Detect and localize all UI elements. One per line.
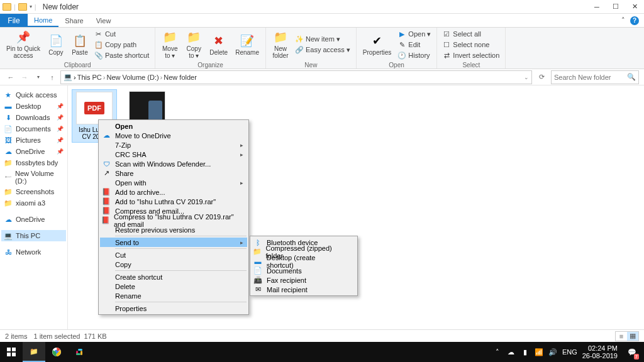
paste-shortcut-button[interactable]: 📎Paste shortcut — [93, 50, 151, 60]
ctx-properties[interactable]: Properties — [100, 304, 247, 313]
new-item-button[interactable]: ✨New item ▾ — [294, 35, 352, 45]
ctx-open-with[interactable]: Open with▸ — [100, 178, 247, 187]
tab-home[interactable]: Home — [28, 14, 58, 27]
delete-button[interactable]: ✖Delete — [207, 33, 230, 57]
details-view-button[interactable]: ≡ — [616, 332, 627, 341]
ctx-7zip[interactable]: 7-Zip▸ — [100, 140, 247, 150]
tab-share[interactable]: Share — [58, 14, 89, 27]
task-explorer[interactable]: 📁 — [23, 342, 45, 362]
up-button[interactable]: ↑ — [47, 72, 58, 83]
tray-notifications[interactable]: 💬7 — [623, 342, 641, 362]
ctx-open[interactable]: Open — [100, 121, 247, 131]
select-all-button[interactable]: ☑Select all — [441, 29, 501, 39]
search-box[interactable]: 🔍 — [551, 70, 639, 84]
crumb-thispc[interactable]: This PC› — [77, 74, 106, 81]
chevron-right-icon: ▸ — [240, 180, 243, 186]
invert-icon: ⇄ — [443, 52, 450, 59]
ctx-create-shortcut[interactable]: Create shortcut — [100, 272, 247, 282]
copy-button[interactable]: 📄Copy — [45, 33, 67, 57]
minimize-button[interactable]: ─ — [587, 0, 606, 14]
paste-button[interactable]: 📋Paste — [69, 33, 91, 57]
tab-view[interactable]: View — [90, 14, 118, 27]
cut-button[interactable]: ✂Cut — [93, 29, 151, 39]
new-folder-button[interactable]: 📁New folder — [270, 29, 291, 60]
open-button[interactable]: ▶Open ▾ — [396, 29, 433, 39]
crumb-volume[interactable]: New Volume (D:)› — [106, 74, 162, 81]
nav-screenshots[interactable]: 📁Screenshots — [1, 186, 66, 197]
winrar-icon: 📕 — [101, 197, 111, 206]
ctx-send-to[interactable]: Send to▸ — [100, 238, 247, 247]
nav-xiaomi[interactable]: 📁xiaomi a3 — [1, 197, 66, 209]
nav-volume-d[interactable]: ⬳New Volume (D:) — [1, 168, 66, 186]
nav-desktop[interactable]: ▬Desktop📌 — [1, 101, 66, 112]
newitem-icon: ✨ — [296, 36, 303, 43]
maximize-button[interactable]: ☐ — [606, 0, 625, 14]
tab-file[interactable]: File — [0, 14, 28, 27]
invert-selection-button[interactable]: ⇄Invert selection — [441, 50, 501, 60]
ribbon-collapse-icon[interactable]: ˄ — [621, 16, 625, 25]
ctx-add-archive[interactable]: 📕Add to archive... — [100, 187, 247, 197]
ctx-delete[interactable]: Delete — [100, 282, 247, 291]
move-to-button[interactable]: 📁Move to ▾ — [159, 29, 180, 60]
properties-button[interactable]: ✔Properties — [360, 33, 394, 57]
select-none-button[interactable]: ☐Select none — [441, 40, 501, 50]
separator — [115, 302, 247, 302]
sendto-fax[interactable]: 📠Fax recipient — [252, 275, 356, 285]
ctx-share[interactable]: ↗Share — [100, 168, 247, 178]
start-button[interactable] — [0, 342, 23, 362]
ctx-cut[interactable]: Cut — [100, 250, 247, 260]
search-input[interactable] — [554, 74, 617, 81]
refresh-button[interactable]: ⟳ — [535, 70, 548, 84]
group-label-open: Open — [357, 62, 437, 70]
nav-quick-access[interactable]: ★Quick access — [1, 89, 66, 101]
ctx-defender[interactable]: 🛡Scan with Windows Defender... — [100, 159, 247, 168]
ctx-move-onedrive[interactable]: ☁Move to OneDrive — [100, 131, 247, 140]
svg-rect-0 — [7, 348, 11, 351]
tray-language[interactable]: ENG — [562, 348, 577, 356]
back-button[interactable]: ← — [5, 72, 16, 83]
tray-chevron-icon[interactable]: ˄ — [493, 348, 502, 356]
fax-icon: 📠 — [253, 276, 263, 285]
history-button[interactable]: 🕐History — [396, 50, 433, 60]
tray-wifi-icon[interactable]: 📶 — [535, 348, 543, 356]
edit-button[interactable]: ✎Edit — [396, 40, 433, 50]
qat-dropdown[interactable]: ▾ — [30, 4, 32, 9]
ctx-rename[interactable]: Rename — [100, 291, 247, 300]
help-icon[interactable]: ? — [630, 16, 639, 25]
tray-battery-icon[interactable]: ▮ — [521, 348, 530, 356]
sendto-desktop[interactable]: ▬Desktop (create shortcut) — [252, 256, 356, 266]
task-chrome[interactable] — [45, 342, 68, 362]
nav-network[interactable]: 🖧Network — [1, 246, 66, 258]
ctx-copy[interactable]: Copy — [100, 260, 247, 269]
copy-path-button[interactable]: 📋Copy path — [93, 40, 151, 50]
nav-onedrive-pin[interactable]: ☁OneDrive📌 — [1, 146, 66, 157]
forward-button[interactable]: → — [19, 72, 30, 83]
easy-access-button[interactable]: 🔗Easy access ▾ — [294, 45, 352, 55]
icons-view-button[interactable]: ▦ — [627, 332, 638, 341]
bluetooth-icon: ᛒ — [253, 238, 263, 247]
sendto-mail[interactable]: ✉Mail recipient — [252, 285, 356, 294]
close-button[interactable]: ✕ — [625, 0, 644, 14]
pin-quick-access-button[interactable]: 📌Pin to Quick access — [4, 29, 43, 60]
ctx-crc[interactable]: CRC SHA▸ — [100, 150, 247, 159]
nav-downloads[interactable]: ⬇Downloads📌 — [1, 112, 66, 123]
tray-clock[interactable]: 02:24 PM26-08-2019 — [582, 344, 618, 359]
sendto-documents[interactable]: 📄Documents — [252, 266, 356, 275]
ctx-compress-to[interactable]: 📕Compress to "Ishu Luthra CV 2019.rar" a… — [100, 216, 247, 225]
breadcrumb-dropdown[interactable]: ⌄ — [524, 74, 529, 80]
copy-to-button[interactable]: 📁Copy to ▾ — [183, 29, 204, 60]
task-slack[interactable] — [68, 342, 91, 362]
crumb-folder[interactable]: New folder — [164, 74, 197, 81]
nav-onedrive[interactable]: ☁OneDrive — [1, 214, 66, 225]
rename-button[interactable]: 📝Rename — [233, 33, 262, 57]
nav-fossbytes[interactable]: 📁fossbytes bdy — [1, 157, 66, 168]
breadcrumb[interactable]: 💻 › This PC› New Volume (D:)› New folder… — [60, 70, 532, 84]
recent-dropdown[interactable]: ▾ — [33, 72, 44, 83]
nav-documents[interactable]: 📄Documents📌 — [1, 123, 66, 134]
tray-volume-icon[interactable]: 🔊 — [548, 348, 557, 356]
tray-onedrive-icon[interactable]: ☁ — [507, 348, 516, 356]
ctx-add-rar[interactable]: 📕Add to "Ishu Luthra CV 2019.rar" — [100, 197, 247, 206]
nav-this-pc[interactable]: 💻This PC — [1, 230, 66, 241]
ctx-restore[interactable]: Restore previous versions — [100, 225, 247, 234]
nav-pictures[interactable]: 🖼Pictures📌 — [1, 134, 66, 146]
